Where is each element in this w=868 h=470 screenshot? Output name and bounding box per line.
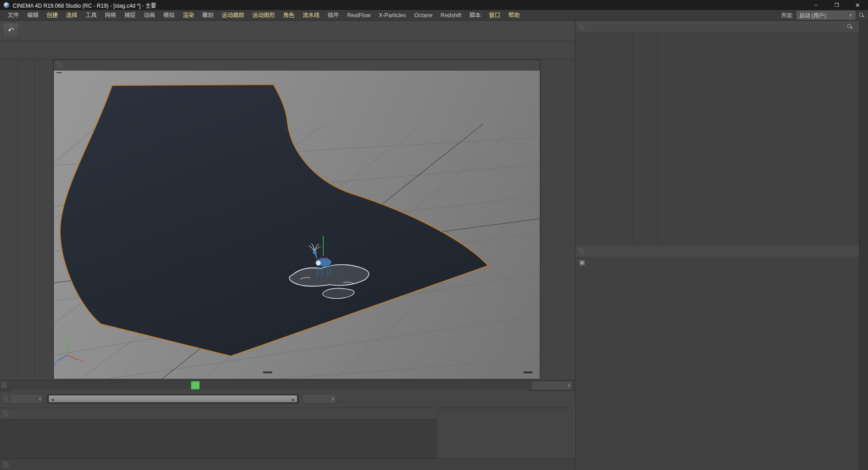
backdrop-object[interactable] xyxy=(60,85,488,356)
view-label xyxy=(57,72,62,73)
spinner-arrows-icon[interactable]: ⇕ xyxy=(329,397,336,401)
timeline-playhead[interactable] xyxy=(191,381,200,390)
main-menu-bar: 文件 编辑 创建 选择 工具 网格 捕捉 动画 模拟 渲染 雕刻 运动 xyxy=(0,10,868,21)
menu-item[interactable]: 渲染 xyxy=(179,10,198,21)
minimize-button[interactable]: ─ xyxy=(806,0,826,10)
menu-item[interactable]: 流水线 xyxy=(298,10,324,21)
material-manager-menu xyxy=(0,408,437,419)
chevron-down-icon: ▼ xyxy=(849,13,853,18)
preview-range-slider[interactable]: ◀ ▶ xyxy=(47,394,299,404)
viewport-canvas[interactable]: Y X Z xyxy=(54,70,540,379)
attribute-tabs xyxy=(576,268,859,279)
app-icon xyxy=(4,2,9,8)
column-divider xyxy=(657,32,658,245)
menu-item[interactable]: 帮助 xyxy=(505,10,524,21)
om-search-icon[interactable] xyxy=(847,24,853,29)
menu-item[interactable]: 文件 xyxy=(4,10,23,21)
grid-spacing-readout xyxy=(524,371,533,373)
axis-x-label: X xyxy=(80,359,83,363)
panel-handle[interactable] xyxy=(3,410,9,418)
tool-title: ▣ xyxy=(576,257,859,268)
world-axis-gizmo: Y X Z xyxy=(54,335,83,366)
menu-item[interactable]: Octane xyxy=(410,10,436,21)
right-panel: ▣ xyxy=(575,21,859,470)
modeling-palette-area xyxy=(540,60,576,379)
object-manager-tree xyxy=(576,32,859,245)
menu-item[interactable]: 雕刻 xyxy=(198,10,217,21)
close-button[interactable]: ✕ xyxy=(847,0,868,10)
animation-transport-bar: ⇕ ◀ ▶ ⇕ xyxy=(0,390,575,407)
range-bar[interactable] xyxy=(49,395,297,402)
menu-item[interactable]: 编辑 xyxy=(23,10,42,21)
cinema4d-window: CINEMA 4D R19.068 Studio (RC - R19) - [s… xyxy=(0,0,868,470)
menu-item[interactable]: 工具 xyxy=(81,10,101,21)
main-toolbar: ↶ xyxy=(0,21,575,41)
axis-z-label: Z xyxy=(54,362,57,366)
menu-item[interactable]: 捕捉 xyxy=(120,10,140,21)
window-title: CINEMA 4D R19.068 Studio (RC - R19) - [s… xyxy=(13,1,156,9)
interface-dropdown[interactable]: 启动 (用户) ▼ xyxy=(797,11,855,19)
start-frame-spinner[interactable]: ⇕ xyxy=(9,394,43,404)
modeling-palette-b xyxy=(542,60,544,379)
material-manager xyxy=(0,408,437,459)
menu-item[interactable]: 选择 xyxy=(62,10,81,21)
interface-label: 界面: xyxy=(781,11,793,19)
menu-item[interactable]: 运动跟踪 xyxy=(217,10,248,21)
left-palette-area xyxy=(0,60,53,379)
panel-handle[interactable] xyxy=(57,61,62,68)
modeling-toolbar xyxy=(0,41,575,60)
menu-item[interactable]: 模拟 xyxy=(159,10,179,21)
scene-graphics: Y X Z xyxy=(54,70,540,379)
coordinate-manager xyxy=(438,408,573,458)
current-frame-spinner[interactable]: ⇕ xyxy=(531,381,572,390)
axis-y-label: Y xyxy=(65,335,68,340)
spinner-arrows-icon[interactable]: ⇕ xyxy=(36,397,43,401)
undo-icon[interactable]: ↶ xyxy=(3,23,19,39)
panel-handle[interactable] xyxy=(1,382,7,388)
menu-item[interactable]: RealFlow xyxy=(343,10,375,21)
framerate-readout xyxy=(263,371,272,373)
timeline-ruler[interactable]: ⇕ xyxy=(0,380,575,391)
maximize-button[interactable]: ❐ xyxy=(826,0,847,10)
menu-item[interactable]: 网格 xyxy=(101,10,120,21)
menu-item[interactable]: 创建 xyxy=(42,10,62,21)
maxon-logo xyxy=(2,422,17,458)
bevel-cube-icon: ▣ xyxy=(579,258,585,266)
range-start-label: ◀ xyxy=(47,396,57,402)
menu-item[interactable]: Redshift xyxy=(437,10,466,21)
panel-handle[interactable] xyxy=(578,247,584,255)
panel-handle[interactable] xyxy=(3,395,9,403)
menu-item[interactable]: 窗口 xyxy=(485,10,504,21)
title-bar: CINEMA 4D R19.068 Studio (RC - R19) - [s… xyxy=(0,0,868,10)
menu-item[interactable]: 插件 xyxy=(324,10,343,21)
spinner-arrows-icon[interactable]: ⇕ xyxy=(565,383,572,388)
panel-handle[interactable] xyxy=(3,461,9,468)
edge-tab-strip xyxy=(859,21,868,470)
viewport-panel: Y X Z xyxy=(53,60,540,379)
menu-item[interactable]: 运动图形 xyxy=(248,10,279,21)
column-divider xyxy=(632,32,633,245)
command-palette xyxy=(18,60,35,379)
range-end-label: ▶ xyxy=(288,396,298,402)
menu-item[interactable]: 角色 xyxy=(279,10,298,21)
end-frame-spinner[interactable]: ⇕ xyxy=(302,394,336,404)
search-icon[interactable] xyxy=(859,12,864,18)
menu-item[interactable]: 脚本 xyxy=(465,10,485,21)
menu-item[interactable]: 动画 xyxy=(140,10,159,21)
panel-handle[interactable] xyxy=(578,23,584,31)
object-manager-menu xyxy=(576,21,859,33)
interface-value: 启动 (用户) xyxy=(799,11,826,19)
menu-item[interactable]: X-Particles xyxy=(375,10,410,21)
viewport-menu-bar xyxy=(54,60,540,70)
attribute-body xyxy=(576,279,859,470)
status-bar xyxy=(0,458,575,470)
mode-palette xyxy=(0,60,18,379)
dot-palette xyxy=(35,60,53,379)
attribute-manager-menu xyxy=(576,245,863,257)
